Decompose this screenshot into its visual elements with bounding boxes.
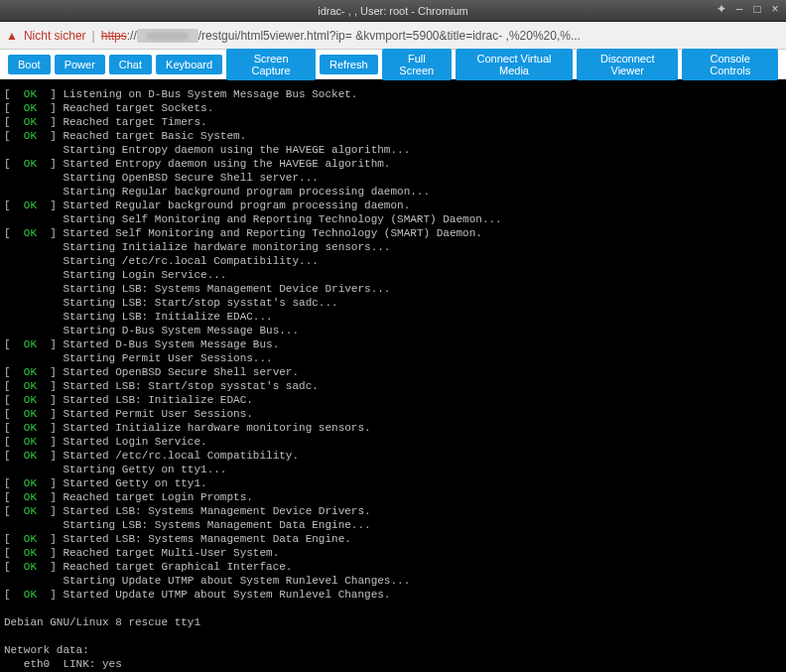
url-path: /restgui/html5viewer.html?ip= &kvmport=5… xyxy=(198,29,581,43)
window-close-icon[interactable]: × xyxy=(768,2,782,16)
screen-capture-button[interactable]: Screen Capture xyxy=(226,49,316,80)
chat-button[interactable]: Chat xyxy=(109,55,152,74)
window-pin-icon[interactable]: ✦ xyxy=(715,2,728,16)
url-display[interactable]: https://xxxxxxx/restgui/html5viewer.html… xyxy=(101,29,780,43)
boot-button[interactable]: Boot xyxy=(8,55,51,74)
url-scheme: https xyxy=(101,29,127,43)
insecure-warning-icon: ▲ xyxy=(6,29,18,43)
window-controls: ✦ – □ × xyxy=(715,2,782,16)
kvm-toolbar: Boot Power Chat Keyboard Screen Capture … xyxy=(0,50,786,79)
window-minimize-icon[interactable]: – xyxy=(732,2,746,16)
url-host-redacted: xxxxxxx xyxy=(137,29,198,43)
console-controls-button[interactable]: Console Controls xyxy=(682,49,778,80)
window-maximize-icon[interactable]: □ xyxy=(750,2,764,16)
remote-console[interactable]: [ OK ] Listening on D-Bus System Message… xyxy=(0,79,786,672)
refresh-button[interactable]: Refresh xyxy=(320,55,378,74)
insecure-label: Nicht sicher xyxy=(24,29,86,43)
full-screen-button[interactable]: Full Screen xyxy=(382,49,452,80)
power-button[interactable]: Power xyxy=(55,55,105,74)
disconnect-viewer-button[interactable]: Disconnect Viewer xyxy=(577,49,678,80)
keyboard-button[interactable]: Keyboard xyxy=(156,55,222,74)
window-title: idrac- , , User: root - Chromium xyxy=(318,5,468,17)
window-titlebar: idrac- , , User: root - Chromium ✦ – □ × xyxy=(0,0,786,22)
addressbar-separator: | xyxy=(92,29,95,43)
connect-virtual-media-button[interactable]: Connect Virtual Media xyxy=(456,49,573,80)
browser-addressbar: ▲ Nicht sicher | https://xxxxxxx/restgui… xyxy=(0,22,786,50)
